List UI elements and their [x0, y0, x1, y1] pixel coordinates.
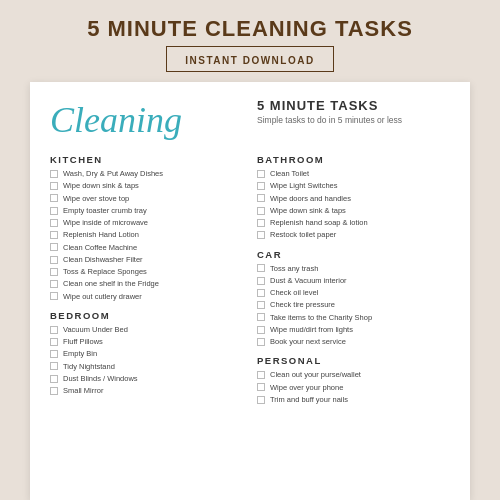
task-label: Check oil level	[270, 288, 318, 298]
task-label: Restock toilet paper	[270, 230, 336, 240]
task-checkbox[interactable]	[50, 387, 58, 395]
task-item[interactable]: Wipe over your phone	[257, 383, 450, 393]
bathroom-section-title: BATHROOM	[257, 154, 450, 165]
task-item[interactable]: Dust Blinds / Windows	[50, 374, 243, 384]
task-checkbox[interactable]	[257, 182, 265, 190]
task-checkbox[interactable]	[50, 207, 58, 215]
subtitle-bar: INSTANT DOWNLOAD	[166, 46, 333, 72]
task-item[interactable]: Clean one shelf in the Fridge	[50, 279, 243, 289]
task-item[interactable]: Clean out your purse/wallet	[257, 370, 450, 380]
task-item[interactable]: Clean Toilet	[257, 169, 450, 179]
task-label: Empty Bin	[63, 349, 97, 359]
task-checkbox[interactable]	[257, 301, 265, 309]
task-item[interactable]: Take items to the Charity Shop	[257, 313, 450, 323]
task-checkbox[interactable]	[50, 170, 58, 178]
task-item[interactable]: Wash, Dry & Put Away Dishes	[50, 169, 243, 179]
left-column: KITCHEN Wash, Dry & Put Away DishesWipe …	[50, 148, 243, 490]
task-item[interactable]: Wipe out cutlery drawer	[50, 292, 243, 302]
task-label: Wash, Dry & Put Away Dishes	[63, 169, 163, 179]
task-label: Wipe out cutlery drawer	[63, 292, 142, 302]
bathroom-tasks: Clean ToiletWipe Light SwitchesWipe door…	[257, 169, 450, 243]
task-checkbox[interactable]	[257, 219, 265, 227]
task-checkbox[interactable]	[50, 350, 58, 358]
task-item[interactable]: Fluff Pillows	[50, 337, 243, 347]
task-item[interactable]: Wipe Light Switches	[257, 181, 450, 191]
task-checkbox[interactable]	[50, 182, 58, 190]
task-checkbox[interactable]	[50, 362, 58, 370]
task-checkbox[interactable]	[257, 326, 265, 334]
task-checkbox[interactable]	[50, 292, 58, 300]
task-checkbox[interactable]	[257, 313, 265, 321]
main-card: Cleaning 5 MINUTE TASKS Simple tasks to …	[30, 82, 470, 500]
task-item[interactable]: Tidy Nightstand	[50, 362, 243, 372]
bedroom-section-title: BEDROOM	[50, 310, 243, 321]
task-checkbox[interactable]	[257, 194, 265, 202]
task-checkbox[interactable]	[257, 383, 265, 391]
task-label: Empty toaster crumb tray	[63, 206, 147, 216]
task-checkbox[interactable]	[50, 256, 58, 264]
task-checkbox[interactable]	[257, 231, 265, 239]
task-item[interactable]: Clean Dishwasher Filter	[50, 255, 243, 265]
task-checkbox[interactable]	[50, 219, 58, 227]
task-checkbox[interactable]	[50, 243, 58, 251]
task-item[interactable]: Trim and buff your nails	[257, 395, 450, 405]
task-label: Clean Toilet	[270, 169, 309, 179]
task-label: Wipe inside of microwave	[63, 218, 148, 228]
task-checkbox[interactable]	[257, 277, 265, 285]
task-label: Dust & Vacuum interior	[270, 276, 347, 286]
task-label: Wipe Light Switches	[270, 181, 338, 191]
task-checkbox[interactable]	[257, 396, 265, 404]
task-item[interactable]: Book your next service	[257, 337, 450, 347]
task-checkbox[interactable]	[257, 371, 265, 379]
task-label: Toss any trash	[270, 264, 318, 274]
task-item[interactable]: Toss any trash	[257, 264, 450, 274]
task-label: Clean out your purse/wallet	[270, 370, 361, 380]
task-label: Clean one shelf in the Fridge	[63, 279, 159, 289]
task-item[interactable]: Wipe doors and handles	[257, 194, 450, 204]
task-checkbox[interactable]	[257, 264, 265, 272]
car-section-title: CAR	[257, 249, 450, 260]
task-checkbox[interactable]	[257, 338, 265, 346]
task-checkbox[interactable]	[257, 207, 265, 215]
task-checkbox[interactable]	[257, 170, 265, 178]
task-item[interactable]: Restock toilet paper	[257, 230, 450, 240]
task-label: Replenish Hand Lotion	[63, 230, 139, 240]
task-label: Vacuum Under Bed	[63, 325, 128, 335]
task-item[interactable]: Wipe mud/dirt from lights	[257, 325, 450, 335]
task-item[interactable]: Replenish hand soap & lotion	[257, 218, 450, 228]
task-item[interactable]: Wipe down sink & taps	[257, 206, 450, 216]
task-item[interactable]: Check tire pressure	[257, 300, 450, 310]
task-checkbox[interactable]	[50, 326, 58, 334]
task-checkbox[interactable]	[257, 289, 265, 297]
task-checkbox[interactable]	[50, 338, 58, 346]
task-checkbox[interactable]	[50, 280, 58, 288]
task-item[interactable]: Empty toaster crumb tray	[50, 206, 243, 216]
columns: KITCHEN Wash, Dry & Put Away DishesWipe …	[50, 148, 450, 490]
task-label: Small Mirror	[63, 386, 103, 396]
task-item[interactable]: Toss & Replace Sponges	[50, 267, 243, 277]
bedroom-tasks: Vacuum Under BedFluff PillowsEmpty BinTi…	[50, 325, 243, 399]
task-label: Clean Dishwasher Filter	[63, 255, 143, 265]
task-checkbox[interactable]	[50, 194, 58, 202]
task-checkbox[interactable]	[50, 268, 58, 276]
task-item[interactable]: Check oil level	[257, 288, 450, 298]
task-item[interactable]: Replenish Hand Lotion	[50, 230, 243, 240]
task-item[interactable]: Wipe over stove top	[50, 194, 243, 204]
task-item[interactable]: Wipe inside of microwave	[50, 218, 243, 228]
task-checkbox[interactable]	[50, 375, 58, 383]
task-label: Wipe doors and handles	[270, 194, 351, 204]
kitchen-tasks: Wash, Dry & Put Away DishesWipe down sin…	[50, 169, 243, 304]
task-label: Check tire pressure	[270, 300, 335, 310]
task-label: Clean Coffee Machine	[63, 243, 137, 253]
task-item[interactable]: Clean Coffee Machine	[50, 243, 243, 253]
task-item[interactable]: Vacuum Under Bed	[50, 325, 243, 335]
task-item[interactable]: Wipe down sink & taps	[50, 181, 243, 191]
task-checkbox[interactable]	[50, 231, 58, 239]
task-label: Wipe over your phone	[270, 383, 343, 393]
personal-section-title: PERSONAL	[257, 355, 450, 366]
task-label: Wipe mud/dirt from lights	[270, 325, 353, 335]
task-item[interactable]: Dust & Vacuum interior	[257, 276, 450, 286]
task-item[interactable]: Small Mirror	[50, 386, 243, 396]
cleaning-script: Cleaning	[50, 98, 243, 138]
task-item[interactable]: Empty Bin	[50, 349, 243, 359]
